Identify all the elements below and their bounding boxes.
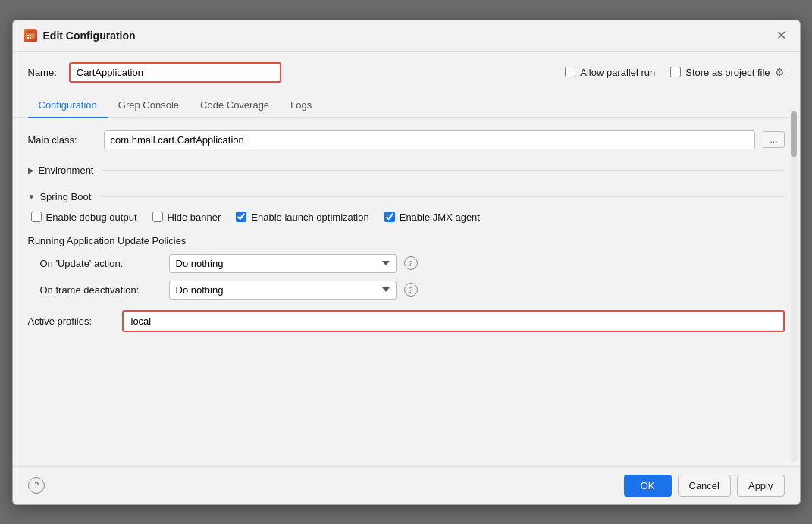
- main-class-label: Main class:: [28, 134, 96, 146]
- allow-parallel-run-group: Allow parallel run: [565, 67, 655, 78]
- footer: ? OK Cancel Apply: [13, 466, 800, 504]
- enable-debug-output-label: Enable debug output: [46, 212, 137, 223]
- on-update-row: On 'Update' action: Do nothing Update cl…: [28, 254, 785, 273]
- hide-banner-checkbox[interactable]: [152, 212, 163, 222]
- on-frame-deactivation-help-icon[interactable]: ?: [404, 283, 418, 297]
- edit-configuration-dialog: Edit Configuration ✕ Name: Allow paralle…: [12, 20, 801, 505]
- name-row-right: Allow parallel run Store as project file…: [565, 66, 784, 78]
- allow-parallel-run-label: Allow parallel run: [580, 67, 655, 78]
- on-update-select[interactable]: Do nothing Update classes and resources …: [169, 254, 397, 273]
- content-area: Main class: ... ▶ Environment ▼ Spring B…: [13, 118, 800, 466]
- on-update-label: On 'Update' action:: [40, 258, 161, 269]
- environment-section-line: [102, 170, 784, 171]
- title-bar-left: Edit Configuration: [24, 29, 136, 42]
- on-frame-deactivation-label: On frame deactivation:: [40, 284, 161, 296]
- tab-code-coverage[interactable]: Code Coverage: [190, 93, 280, 118]
- dialog-title: Edit Configuration: [43, 30, 136, 42]
- help-button[interactable]: ?: [28, 477, 45, 494]
- title-bar: Edit Configuration ✕: [13, 20, 800, 52]
- cancel-button[interactable]: Cancel: [678, 475, 731, 497]
- spring-boot-checkboxes: Enable debug output Hide banner Enable l…: [28, 206, 785, 232]
- tab-grep-console[interactable]: Grep Console: [108, 93, 190, 118]
- hide-banner-label: Hide banner: [168, 212, 221, 223]
- enable-debug-output-item: Enable debug output: [31, 212, 137, 223]
- environment-section-header[interactable]: ▶ Environment: [28, 158, 785, 179]
- on-update-help-icon[interactable]: ?: [404, 256, 418, 270]
- svg-rect-2: [31, 31, 33, 33]
- svg-rect-1: [27, 31, 30, 33]
- spring-boot-expand-icon: ▼: [28, 193, 36, 201]
- store-as-project-file-label: Store as project file: [685, 67, 770, 78]
- footer-actions: OK Cancel Apply: [624, 475, 785, 497]
- svg-rect-7: [30, 37, 31, 39]
- tabs: Configuration Grep Console Code Coverage…: [13, 93, 800, 118]
- spring-boot-section: ▼ Spring Boot Enable debug output Hide b…: [28, 185, 785, 232]
- enable-jmx-agent-item: Enable JMX agent: [384, 212, 480, 223]
- active-profiles-input[interactable]: [122, 310, 785, 332]
- close-button[interactable]: ✕: [774, 28, 789, 43]
- scrollbar-track: [791, 111, 797, 462]
- enable-jmx-agent-checkbox[interactable]: [384, 212, 395, 222]
- scrollbar-thumb[interactable]: [791, 111, 797, 157]
- hide-banner-item: Hide banner: [152, 212, 221, 223]
- gear-icon[interactable]: ⚙: [775, 66, 785, 78]
- spring-boot-section-header[interactable]: ▼ Spring Boot: [28, 185, 785, 206]
- enable-jmx-agent-label: Enable JMX agent: [400, 212, 480, 223]
- enable-launch-optimization-checkbox[interactable]: [236, 212, 246, 222]
- main-class-browse-button[interactable]: ...: [763, 131, 784, 148]
- name-label: Name:: [28, 67, 57, 78]
- on-frame-deactivation-select[interactable]: Do nothing Update classes and resources …: [169, 281, 397, 300]
- svg-rect-5: [32, 35, 33, 36]
- tab-configuration[interactable]: Configuration: [28, 93, 108, 118]
- main-class-input[interactable]: [104, 130, 756, 149]
- allow-parallel-run-checkbox[interactable]: [565, 67, 575, 77]
- tab-logs[interactable]: Logs: [280, 93, 322, 118]
- store-as-project-file-checkbox[interactable]: [670, 67, 681, 77]
- svg-rect-6: [27, 37, 29, 39]
- svg-rect-4: [30, 35, 31, 36]
- environment-section-title: Environment: [39, 165, 94, 176]
- svg-rect-3: [27, 35, 29, 36]
- update-policies-section: Running Application Update Policies On '…: [28, 235, 785, 300]
- active-profiles-row: Active profiles:: [28, 310, 785, 332]
- ok-button[interactable]: OK: [624, 475, 672, 497]
- enable-launch-optimization-item: Enable launch optimization: [236, 212, 368, 223]
- name-input[interactable]: [69, 62, 281, 83]
- environment-section: ▶ Environment: [28, 158, 785, 179]
- name-row: Name: Allow parallel run Store as projec…: [13, 52, 800, 93]
- enable-launch-optimization-label: Enable launch optimization: [251, 212, 368, 223]
- store-as-project-file-group: Store as project file ⚙: [670, 66, 784, 78]
- app-icon: [24, 29, 37, 42]
- on-frame-deactivation-row: On frame deactivation: Do nothing Update…: [28, 281, 785, 300]
- enable-debug-output-checkbox[interactable]: [31, 212, 42, 222]
- update-policies-title: Running Application Update Policies: [28, 235, 785, 246]
- spring-boot-section-line: [100, 196, 784, 197]
- main-class-row: Main class: ...: [28, 130, 785, 149]
- spring-boot-section-title: Spring Boot: [39, 191, 91, 202]
- apply-button[interactable]: Apply: [737, 475, 785, 497]
- active-profiles-label: Active profiles:: [28, 315, 111, 327]
- environment-collapse-icon: ▶: [28, 166, 34, 174]
